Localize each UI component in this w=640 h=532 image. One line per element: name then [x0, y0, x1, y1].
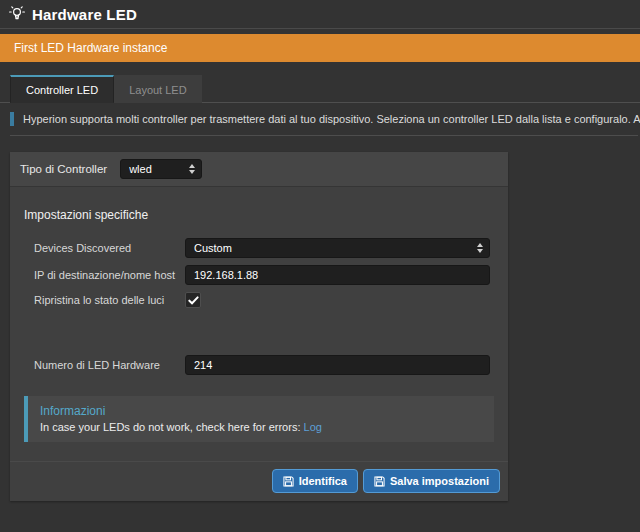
led-count-row: Numero di LED Hardware — [34, 355, 498, 375]
tab-bar: Controller LED Layout LED — [0, 75, 640, 103]
panel-footer: Identifica Salva impostazioni — [10, 461, 508, 501]
identify-button[interactable]: Identifica — [272, 469, 358, 493]
restore-state-row: Ripristina lo stato delle luci — [34, 292, 498, 308]
led-controller-panel: Tipo di Controller wled Impostazioni spe… — [10, 152, 508, 501]
up-down-caret-icon — [477, 243, 483, 253]
controller-type-select[interactable]: wled — [120, 159, 202, 179]
identify-button-label: Identifica — [299, 475, 347, 487]
intro-accent-bar — [10, 112, 14, 126]
tab-controller-led-label: Controller LED — [26, 84, 98, 96]
page-header: Hardware LED — [0, 0, 640, 29]
info-box: Informazioni In case your LEDs do not wo… — [24, 396, 494, 442]
led-count-input[interactable] — [185, 355, 490, 375]
devices-discovered-row: Devices Discovered Custom — [34, 238, 498, 258]
row-spacer — [20, 315, 498, 355]
up-down-caret-icon — [189, 164, 195, 174]
target-ip-label: IP di destinazione/nome host — [34, 269, 185, 281]
devices-discovered-select[interactable]: Custom — [185, 238, 490, 258]
page-title: Hardware LED — [32, 6, 137, 23]
led-count-label: Numero di LED Hardware — [34, 359, 185, 371]
log-link[interactable]: Log — [304, 421, 322, 433]
lightbulb-icon — [8, 5, 26, 23]
save-settings-button[interactable]: Salva impostazioni — [363, 469, 500, 493]
panel-body: Impostazioni specifiche Devices Discover… — [10, 208, 508, 442]
floppy-disk-icon — [283, 476, 294, 487]
restore-state-label: Ripristina lo stato delle luci — [34, 294, 185, 306]
instance-banner-label: First LED Hardware instance — [14, 41, 167, 55]
devices-discovered-value: Custom — [194, 242, 477, 254]
info-box-message: In case your LEDs do not work, check her… — [40, 421, 300, 433]
controller-type-label: Tipo di Controller — [20, 163, 107, 175]
intro-hint: Hyperion supporta molti controller per t… — [10, 112, 640, 126]
instance-banner[interactable]: First LED Hardware instance — [0, 34, 640, 62]
info-box-text: In case your LEDs do not work, check her… — [40, 421, 484, 433]
specific-settings-title: Impostazioni specifiche — [24, 208, 498, 222]
info-box-title: Informazioni — [40, 404, 484, 418]
intro-text: Hyperion supporta molti controller per t… — [23, 113, 640, 125]
section-divider — [10, 135, 638, 136]
devices-discovered-label: Devices Discovered — [34, 242, 185, 254]
check-icon — [188, 295, 199, 306]
floppy-disk-icon — [374, 476, 385, 487]
tab-controller-led[interactable]: Controller LED — [10, 75, 114, 103]
tab-layout-led-label: Layout LED — [129, 84, 186, 96]
save-settings-button-label: Salva impostazioni — [390, 475, 489, 487]
controller-type-value: wled — [129, 163, 189, 175]
tab-layout-led[interactable]: Layout LED — [114, 75, 201, 103]
controller-type-row: Tipo di Controller wled — [10, 152, 508, 187]
target-ip-input[interactable] — [185, 265, 490, 285]
target-ip-row: IP di destinazione/nome host — [34, 265, 498, 285]
restore-state-checkbox[interactable] — [185, 292, 201, 308]
